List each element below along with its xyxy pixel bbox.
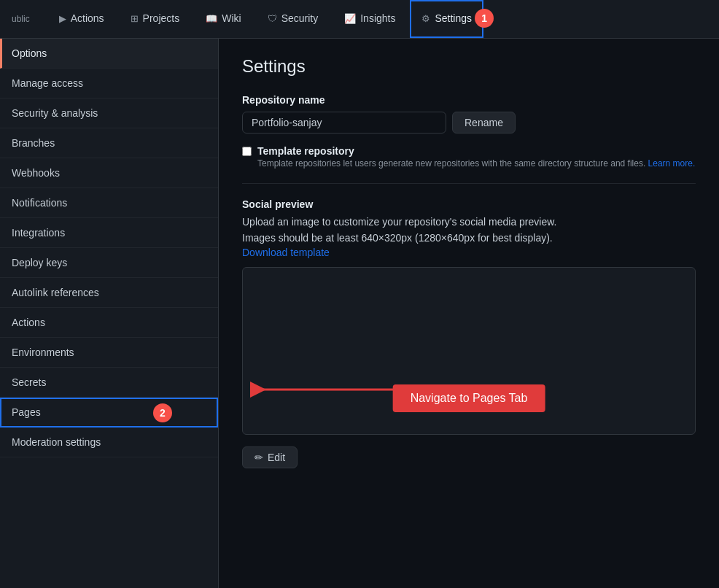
repo-name-row: Rename [242,112,696,134]
sidebar-item-manage-access[interactable]: Manage access [0,69,218,98]
topbar: ublic ▶ Actions ⊞ Projects 📖 Wiki 🛡 Secu… [0,0,719,39]
security-icon: 🛡 [268,13,277,24]
annotation-label: Navigate to Pages Tab [393,384,545,412]
tab-security[interactable]: 🛡 Security [256,0,330,38]
sidebar-item-options[interactable]: Options [0,39,218,69]
tab-actions-label: Actions [71,12,104,24]
sidebar-item-actions[interactable]: Actions [0,308,218,338]
tab-wiki-label: Wiki [222,12,241,24]
actions-icon: ▶ [59,13,66,24]
sidebar-item-notifications-label: Notifications [12,197,67,209]
edit-icon: ✏ [254,452,263,463]
section-divider-1 [242,183,696,184]
repo-name-input[interactable] [242,112,446,134]
tab-actions[interactable]: ▶ Actions [47,0,116,38]
brand-label: ublic [12,14,30,24]
tab-wiki[interactable]: 📖 Wiki [194,0,252,38]
annotation-arrow-svg [250,378,411,401]
download-template-link[interactable]: Download template [242,247,696,258]
step1-badge: 1 [475,9,494,28]
settings-icon: ⚙ [421,13,430,24]
learn-more-link[interactable]: Learn more. [648,158,696,169]
template-repo-checkbox[interactable] [242,147,252,156]
sidebar-item-moderation-settings[interactable]: Moderation settings [0,428,218,457]
sidebar-item-autolink-references-label: Autolink references [12,287,99,298]
sidebar-item-secrets-label: Secrets [12,376,46,388]
sidebar-item-branches[interactable]: Branches [0,128,218,158]
tab-projects[interactable]: ⊞ Projects [119,0,192,38]
sidebar-item-webhooks[interactable]: Webhooks [0,158,218,188]
template-repo-row: Template repository Template repositorie… [242,145,696,169]
sidebar-item-integrations-label: Integrations [12,227,65,239]
sidebar-item-manage-access-label: Manage access [12,77,83,89]
tab-security-label: Security [281,12,319,24]
step2-badge: 2 [153,403,172,422]
tab-insights-label: Insights [360,12,395,24]
social-preview-desc2: Images should be at least 640×320px (128… [242,232,696,244]
main-layout: Options Manage access Security & analysi… [0,39,719,588]
sidebar-item-environments-label: Environments [12,347,74,358]
tab-projects-label: Projects [143,12,180,24]
sidebar-item-secrets[interactable]: Secrets [0,368,218,398]
tab-settings-label: Settings [435,12,472,24]
sidebar-item-autolink-references[interactable]: Autolink references [0,278,218,308]
nav-tabs: ▶ Actions ⊞ Projects 📖 Wiki 🛡 Security 📈… [47,0,483,38]
template-repo-label: Template repository [257,145,695,157]
tab-settings[interactable]: ⚙ Settings 1 [410,0,483,38]
sidebar-item-pages[interactable]: Pages [0,398,218,428]
sidebar-item-integrations[interactable]: Integrations [0,218,218,248]
social-preview-label: Social preview [242,198,696,210]
sidebar-item-environments[interactable]: Environments [0,338,218,368]
page-title: Settings [242,56,696,77]
sidebar-pages-wrapper: Pages 2 [0,398,218,428]
insights-icon: 📈 [344,13,356,24]
template-repo-desc: Template repositories let users generate… [257,158,695,169]
sidebar-item-deploy-keys-label: Deploy keys [12,257,67,268]
main-content: Settings Repository name Rename Template… [219,39,719,588]
sidebar-item-pages-label: Pages [12,406,41,418]
sidebar-item-webhooks-label: Webhooks [12,167,60,179]
edit-button[interactable]: ✏ Edit [242,446,298,468]
sidebar-item-options-label: Options [12,47,47,59]
social-preview-desc1: Upload an image to customize your reposi… [242,216,696,228]
projects-icon: ⊞ [131,13,139,24]
edit-btn-row: ✏ Edit [242,446,696,468]
sidebar: Options Manage access Security & analysi… [0,39,219,588]
sidebar-item-security-analysis-label: Security & analysis [12,107,98,119]
wiki-icon: 📖 [206,13,217,24]
tab-insights[interactable]: 📈 Insights [333,0,407,38]
social-preview-box: Navigate to Pages Tab [242,267,696,435]
edit-button-label: Edit [268,452,285,463]
sidebar-item-moderation-settings-label: Moderation settings [12,436,101,448]
repo-name-label: Repository name [242,94,696,106]
sidebar-item-actions-label: Actions [12,317,45,328]
sidebar-item-notifications[interactable]: Notifications [0,188,218,218]
sidebar-item-branches-label: Branches [12,137,55,149]
rename-button[interactable]: Rename [452,112,516,134]
sidebar-item-deploy-keys[interactable]: Deploy keys [0,248,218,278]
sidebar-item-security-analysis[interactable]: Security & analysis [0,98,218,128]
